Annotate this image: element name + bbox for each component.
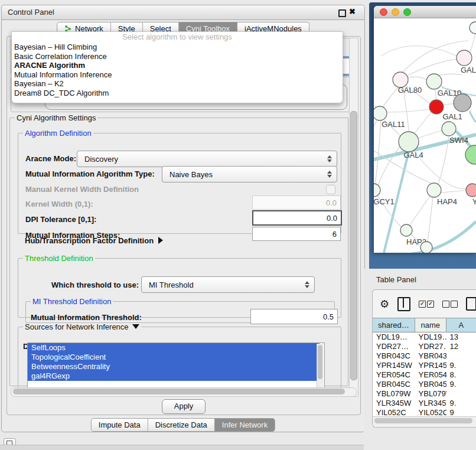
settings-horizontal-scrollbar[interactable] [11, 387, 357, 397]
network-edge[interactable] [428, 197, 433, 242]
network-node-gal10[interactable] [426, 74, 442, 89]
hub-definition-label: Hub/Transcription Factor Definition [25, 236, 154, 245]
table-row[interactable]: YER054CYER054C8. [373, 370, 476, 380]
network-edge[interactable] [470, 111, 476, 122]
table-cell: YIL052C [415, 408, 446, 417]
network-node[interactable] [454, 94, 471, 112]
table-horizontal-scrollbar[interactable] [373, 416, 476, 425]
network-edge[interactable] [387, 109, 429, 112]
table-row[interactable]: YDL19…YDL19…13 [373, 332, 476, 342]
table-row[interactable]: YDR27…YDR27…12 [373, 342, 476, 351]
which-threshold-value: MI Threshold [142, 281, 194, 289]
attribute-list-item[interactable]: TopologicalCoefficient [28, 353, 319, 362]
close-traffic-light-icon[interactable] [380, 8, 387, 16]
column-header[interactable]: shared… [373, 318, 415, 332]
table-row[interactable]: YBL079WYBL079W [373, 389, 476, 399]
apply-button[interactable]: Apply [162, 399, 206, 414]
network-edge[interactable] [444, 104, 454, 105]
algorithm-option[interactable]: Basic Correlation Inference [12, 52, 343, 61]
bottom-tab-infer-network[interactable]: Infer Network [215, 418, 275, 432]
attribute-list-item[interactable]: SelfLoops [28, 343, 319, 353]
table-row[interactable]: YIL052CYIL052C9 [373, 408, 476, 417]
network-edge[interactable] [435, 90, 436, 100]
network-node-gal1[interactable] [429, 100, 444, 114]
close-icon[interactable]: ✖ [349, 7, 356, 16]
network-node-hap2[interactable] [400, 224, 412, 236]
attribute-list-item[interactable]: gal4RGexp [28, 371, 319, 381]
table-cell [446, 389, 476, 399]
network-canvas[interactable]: GALGAL80GAL10GAL1GAL11SWI4GAL4GCY1HAP4YH… [374, 18, 476, 253]
network-edge[interactable] [441, 190, 466, 193]
network-node-gcy1[interactable] [374, 184, 380, 197]
algorithm-option[interactable]: Mutual Information Inference [12, 70, 343, 80]
algorithm-dropdown-popup: Select algorithm to view settings Bayesi… [11, 31, 343, 103]
algorithm-option[interactable]: Bayesian – Hill Climbing [12, 43, 343, 52]
network-edge[interactable] [410, 196, 430, 225]
network-edge[interactable] [470, 32, 475, 53]
column-header[interactable]: name [415, 318, 446, 332]
expanded-arrow-icon [132, 324, 139, 329]
settings-vertical-scrollbar-thumb[interactable] [350, 111, 357, 380]
threshold-definition-legend: Threshold Definition [23, 254, 95, 263]
deselect-all-checkboxes-icon[interactable] [442, 301, 458, 308]
network-node[interactable] [470, 22, 476, 34]
table-cell: YER054C [415, 370, 446, 380]
node-label: GAL4 [403, 151, 423, 159]
aracne-mode-select[interactable]: Discovery [77, 151, 337, 167]
mi-steps-field[interactable]: 6 [252, 227, 341, 241]
which-threshold-select[interactable]: MI Threshold [141, 276, 315, 293]
network-node-hap4[interactable] [427, 183, 441, 197]
network-node-gal11[interactable] [374, 106, 387, 120]
network-edge[interactable] [383, 87, 398, 107]
list-scrollbar-thumb[interactable] [318, 345, 322, 379]
network-edge[interactable] [418, 131, 442, 138]
table-row[interactable]: YBR045CYBR045C9. [373, 380, 476, 389]
float-panel-icon[interactable] [338, 9, 346, 17]
select-all-checkboxes-icon[interactable]: ✓✓ [419, 301, 434, 308]
network-edge[interactable] [407, 59, 457, 76]
gear-icon[interactable]: ⚙ [380, 299, 389, 309]
network-edge[interactable] [413, 112, 431, 135]
dpi-tolerance-field[interactable]: 0.0 [252, 210, 342, 226]
list-scrollbar[interactable] [317, 344, 324, 387]
table-row[interactable]: YLR345WYLR345W9. [373, 399, 476, 408]
split-view-icon[interactable] [397, 297, 410, 311]
zoom-traffic-light-icon[interactable] [403, 8, 411, 16]
attribute-list-item[interactable]: BetweennessCentrality [28, 362, 319, 371]
bottom-tab-discretize-data[interactable]: Discretize Data [148, 418, 215, 432]
network-node-y[interactable] [466, 184, 476, 197]
network-node-gal4[interactable] [399, 132, 419, 152]
network-node[interactable] [465, 145, 476, 164]
network-node[interactable] [420, 242, 432, 253]
hub-definition-toggle[interactable]: Hub/Transcription Factor Definition [25, 236, 163, 245]
mi-type-select[interactable]: Naive Bayes [162, 166, 337, 182]
bottom-tab-impute-data[interactable]: Impute Data [91, 418, 148, 432]
node-table[interactable]: shared…nameA YDL19…YDL19…13YDR27…YDR27…1… [373, 318, 476, 417]
minimize-traffic-light-icon[interactable] [392, 8, 399, 16]
network-edge[interactable] [374, 120, 377, 139]
manual-kernel-label: Manual Kernel Width Definition [25, 185, 139, 194]
table-cell: YIL052C [373, 408, 415, 417]
data-attributes-list[interactable]: SelfLoopsTopologicalCoefficientBetweenne… [27, 343, 325, 390]
column-header[interactable]: A [446, 318, 476, 332]
settings-horizontal-scrollbar-thumb[interactable] [13, 389, 345, 394]
algorithm-option[interactable]: ARACNE Algorithm [12, 61, 343, 70]
dpi-tolerance-label: DPI Tolerance [0,1]: [25, 215, 96, 224]
table-cell: YBR045C [415, 380, 446, 389]
network-edge[interactable] [408, 77, 426, 80]
table-row[interactable]: YBR043CYBR043C [373, 351, 476, 361]
mi-threshold-legend: MI Threshold Definition [31, 297, 113, 306]
network-graph[interactable]: GALGAL80GAL10GAL1GAL11SWI4GAL4GCY1HAP4YH… [374, 18, 476, 253]
table-row[interactable]: YPR145WYPR145W9. [373, 361, 476, 370]
sources-legend[interactable]: Sources for Network Inference [23, 322, 141, 331]
network-node-gal[interactable] [457, 50, 472, 66]
table-horizontal-scrollbar-thumb[interactable] [374, 418, 472, 423]
document-icon[interactable] [466, 297, 476, 311]
manual-kernel-checkbox[interactable] [326, 185, 335, 194]
table-cell: YPR145W [373, 361, 415, 370]
network-node-swi4[interactable] [442, 122, 456, 136]
network-edge[interactable] [381, 46, 457, 57]
algorithm-option[interactable]: Bayesian – K2 [12, 79, 343, 89]
algorithm-option[interactable]: Dream8 DC_TDC Algorithm [12, 89, 343, 98]
table-cell: 12 [446, 342, 476, 351]
